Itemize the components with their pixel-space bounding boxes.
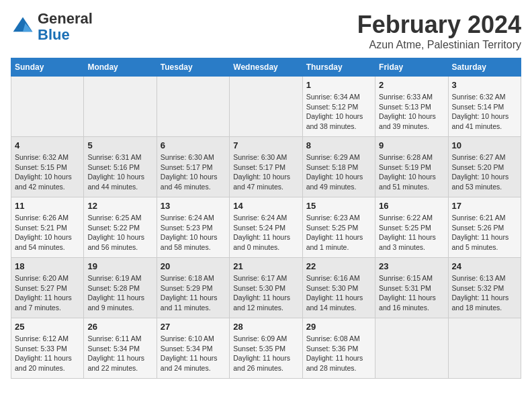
day-info: Sunrise: 6:19 AMSunset: 5:28 PMDaylight:…: [87, 273, 152, 313]
logo-text-blue: Blue: [38, 27, 93, 43]
calendar-cell: 26Sunrise: 6:11 AMSunset: 5:34 PMDayligh…: [84, 318, 157, 379]
day-number: 13: [161, 201, 226, 211]
day-info: Sunrise: 6:26 AMSunset: 5:21 PMDaylight:…: [15, 213, 80, 253]
day-number: 6: [161, 140, 226, 150]
day-info: Sunrise: 6:16 AMSunset: 5:30 PMDaylight:…: [306, 273, 371, 313]
calendar-cell: [448, 318, 521, 379]
calendar-cell: [84, 77, 157, 137]
calendar-cell: 8Sunrise: 6:29 AMSunset: 5:18 PMDaylight…: [302, 137, 375, 197]
calendar-cell: 3Sunrise: 6:32 AMSunset: 5:14 PMDaylight…: [448, 77, 521, 137]
day-number: 23: [379, 261, 444, 271]
day-info: Sunrise: 6:11 AMSunset: 5:34 PMDaylight:…: [87, 334, 152, 373]
calendar-cell: 1Sunrise: 6:34 AMSunset: 5:12 PMDaylight…: [302, 77, 375, 137]
day-number: 9: [379, 140, 444, 150]
calendar-cell: 2Sunrise: 6:33 AMSunset: 5:13 PMDaylight…: [375, 77, 448, 137]
logo-icon: [11, 15, 35, 39]
calendar-cell: 28Sunrise: 6:09 AMSunset: 5:35 PMDayligh…: [230, 318, 302, 379]
day-info: Sunrise: 6:10 AMSunset: 5:34 PMDaylight:…: [161, 334, 226, 373]
day-number: 11: [15, 201, 80, 211]
calendar-cell: 12Sunrise: 6:25 AMSunset: 5:22 PMDayligh…: [84, 197, 157, 258]
logo: General Blue: [11, 11, 93, 43]
day-info: Sunrise: 6:27 AMSunset: 5:20 PMDaylight:…: [452, 152, 517, 192]
day-number: 29: [306, 322, 371, 332]
week-row-4: 18Sunrise: 6:20 AMSunset: 5:27 PMDayligh…: [11, 258, 521, 318]
weekday-tuesday: Tuesday: [157, 58, 229, 77]
day-info: Sunrise: 6:30 AMSunset: 5:17 PMDaylight:…: [161, 152, 226, 192]
day-info: Sunrise: 6:20 AMSunset: 5:27 PMDaylight:…: [15, 273, 80, 313]
day-info: Sunrise: 6:31 AMSunset: 5:16 PMDaylight:…: [87, 152, 152, 192]
weekday-saturday: Saturday: [448, 58, 521, 77]
calendar-cell: 24Sunrise: 6:13 AMSunset: 5:32 PMDayligh…: [448, 258, 521, 318]
calendar-cell: [230, 77, 302, 137]
day-number: 18: [15, 261, 80, 271]
week-row-1: 1Sunrise: 6:34 AMSunset: 5:12 PMDaylight…: [11, 77, 521, 137]
weekday-wednesday: Wednesday: [230, 58, 302, 77]
day-number: 1: [306, 80, 371, 90]
day-info: Sunrise: 6:17 AMSunset: 5:30 PMDaylight:…: [233, 273, 298, 313]
calendar-cell: 10Sunrise: 6:27 AMSunset: 5:20 PMDayligh…: [448, 137, 521, 197]
day-info: Sunrise: 6:29 AMSunset: 5:18 PMDaylight:…: [306, 152, 371, 192]
main-title: February 2024: [357, 11, 521, 39]
weekday-thursday: Thursday: [302, 58, 375, 77]
day-info: Sunrise: 6:08 AMSunset: 5:36 PMDaylight:…: [306, 334, 371, 373]
calendar-cell: 17Sunrise: 6:21 AMSunset: 5:26 PMDayligh…: [448, 197, 521, 258]
day-number: 26: [87, 322, 152, 332]
weekday-friday: Friday: [375, 58, 448, 77]
day-info: Sunrise: 6:24 AMSunset: 5:24 PMDaylight:…: [233, 213, 298, 253]
calendar-cell: 20Sunrise: 6:18 AMSunset: 5:29 PMDayligh…: [157, 258, 229, 318]
day-info: Sunrise: 6:22 AMSunset: 5:25 PMDaylight:…: [379, 213, 444, 253]
calendar-body: 1Sunrise: 6:34 AMSunset: 5:12 PMDaylight…: [11, 77, 521, 379]
day-info: Sunrise: 6:09 AMSunset: 5:35 PMDaylight:…: [233, 334, 298, 373]
day-number: 8: [306, 140, 371, 150]
title-area: February 2024 Azun Atme, Palestinian Ter…: [357, 11, 521, 51]
day-number: 10: [452, 140, 517, 150]
calendar-cell: 7Sunrise: 6:30 AMSunset: 5:17 PMDaylight…: [230, 137, 302, 197]
week-row-3: 11Sunrise: 6:26 AMSunset: 5:21 PMDayligh…: [11, 197, 521, 258]
day-info: Sunrise: 6:24 AMSunset: 5:23 PMDaylight:…: [161, 213, 226, 253]
calendar-cell: 9Sunrise: 6:28 AMSunset: 5:19 PMDaylight…: [375, 137, 448, 197]
day-number: 17: [452, 201, 517, 211]
day-info: Sunrise: 6:34 AMSunset: 5:12 PMDaylight:…: [306, 92, 371, 132]
calendar-cell: 6Sunrise: 6:30 AMSunset: 5:17 PMDaylight…: [157, 137, 229, 197]
day-number: 4: [15, 140, 80, 150]
day-info: Sunrise: 6:32 AMSunset: 5:15 PMDaylight:…: [15, 152, 80, 192]
day-number: 7: [233, 140, 298, 150]
subtitle: Azun Atme, Palestinian Territory: [357, 39, 521, 51]
day-number: 19: [87, 261, 152, 271]
calendar-cell: 5Sunrise: 6:31 AMSunset: 5:16 PMDaylight…: [84, 137, 157, 197]
day-number: 5: [87, 140, 152, 150]
day-number: 21: [233, 261, 298, 271]
header: General Blue February 2024 Azun Atme, Pa…: [11, 11, 521, 51]
day-number: 28: [233, 322, 298, 332]
week-row-2: 4Sunrise: 6:32 AMSunset: 5:15 PMDaylight…: [11, 137, 521, 197]
day-info: Sunrise: 6:23 AMSunset: 5:25 PMDaylight:…: [306, 213, 371, 253]
calendar-cell: [375, 318, 448, 379]
day-info: Sunrise: 6:33 AMSunset: 5:13 PMDaylight:…: [379, 92, 444, 132]
calendar-cell: 18Sunrise: 6:20 AMSunset: 5:27 PMDayligh…: [11, 258, 84, 318]
calendar-table: SundayMondayTuesdayWednesdayThursdayFrid…: [11, 58, 521, 379]
day-number: 3: [452, 80, 517, 90]
weekday-sunday: Sunday: [11, 58, 84, 77]
calendar-cell: 23Sunrise: 6:15 AMSunset: 5:31 PMDayligh…: [375, 258, 448, 318]
calendar-cell: 27Sunrise: 6:10 AMSunset: 5:34 PMDayligh…: [157, 318, 229, 379]
day-number: 15: [306, 201, 371, 211]
day-number: 14: [233, 201, 298, 211]
calendar-cell: [11, 77, 84, 137]
day-number: 16: [379, 201, 444, 211]
day-info: Sunrise: 6:30 AMSunset: 5:17 PMDaylight:…: [233, 152, 298, 192]
day-number: 22: [306, 261, 371, 271]
calendar-cell: 19Sunrise: 6:19 AMSunset: 5:28 PMDayligh…: [84, 258, 157, 318]
day-number: 20: [161, 261, 226, 271]
calendar-cell: [157, 77, 229, 137]
weekday-header-row: SundayMondayTuesdayWednesdayThursdayFrid…: [11, 58, 521, 77]
day-info: Sunrise: 6:13 AMSunset: 5:32 PMDaylight:…: [452, 273, 517, 313]
weekday-monday: Monday: [84, 58, 157, 77]
day-info: Sunrise: 6:32 AMSunset: 5:14 PMDaylight:…: [452, 92, 517, 132]
day-info: Sunrise: 6:25 AMSunset: 5:22 PMDaylight:…: [87, 213, 152, 253]
day-number: 2: [379, 80, 444, 90]
calendar-header: SundayMondayTuesdayWednesdayThursdayFrid…: [11, 58, 521, 77]
day-info: Sunrise: 6:12 AMSunset: 5:33 PMDaylight:…: [15, 334, 80, 373]
week-row-5: 25Sunrise: 6:12 AMSunset: 5:33 PMDayligh…: [11, 318, 521, 379]
day-number: 24: [452, 261, 517, 271]
calendar-cell: 25Sunrise: 6:12 AMSunset: 5:33 PMDayligh…: [11, 318, 84, 379]
